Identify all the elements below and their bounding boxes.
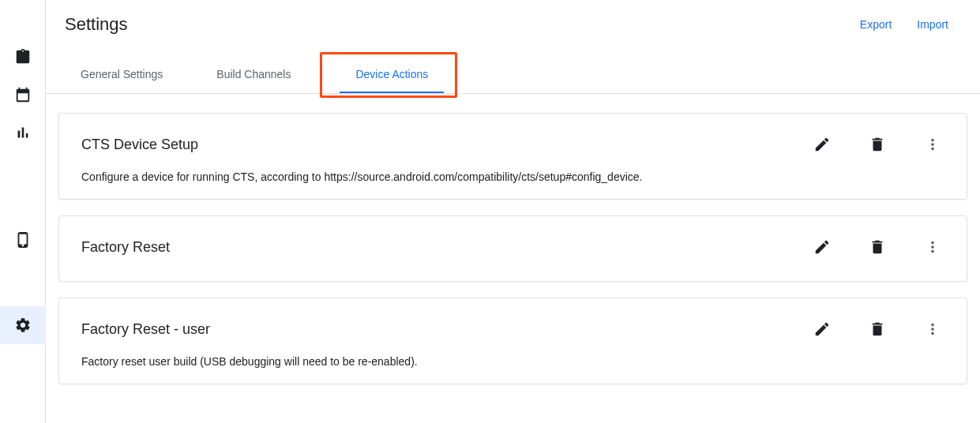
tab-device-actions[interactable]: Device Actions <box>340 57 444 93</box>
card-description: Factory reset user build (USB debugging … <box>81 355 944 368</box>
more-vert-icon <box>924 238 941 256</box>
card-title: Factory Reset <box>81 239 170 256</box>
pencil-icon <box>813 136 831 153</box>
sidebar-item-settings[interactable] <box>0 306 46 344</box>
card-title: Factory Reset - user <box>81 321 210 338</box>
card-actions <box>810 235 944 259</box>
edit-button[interactable] <box>810 133 834 156</box>
sidebar-item-devices[interactable] <box>0 221 46 259</box>
page-title: Settings <box>65 14 128 35</box>
main-content: Settings Export Import General Settings … <box>46 0 980 423</box>
clipboard-icon <box>14 48 32 66</box>
header: Settings Export Import <box>46 0 980 41</box>
edit-button[interactable] <box>810 317 834 341</box>
phone-icon <box>14 231 32 249</box>
more-vert-icon <box>924 320 941 338</box>
import-link[interactable]: Import <box>917 18 948 31</box>
trash-icon <box>869 320 886 338</box>
card-header: Factory Reset <box>81 235 944 259</box>
delete-button[interactable] <box>865 317 889 341</box>
tab-build-channels[interactable]: Build Channels <box>201 57 306 93</box>
sidebar-item-schedules[interactable] <box>0 76 46 114</box>
edit-button[interactable] <box>810 235 834 259</box>
trash-icon <box>869 238 886 256</box>
sidebar-item-tests[interactable] <box>0 38 46 76</box>
export-link[interactable]: Export <box>860 18 892 31</box>
pencil-icon <box>813 238 831 256</box>
sidebar <box>0 0 46 423</box>
trash-icon <box>869 136 886 153</box>
more-button[interactable] <box>921 133 944 156</box>
tab-general-settings[interactable]: General Settings <box>65 57 178 93</box>
tabs: General Settings Build Channels Device A… <box>46 57 980 94</box>
device-action-card: CTS Device Setup Configure a device for … <box>58 113 967 200</box>
sidebar-spacer <box>0 152 45 221</box>
more-button[interactable] <box>921 235 944 259</box>
card-actions <box>810 317 944 341</box>
card-header: Factory Reset - user <box>81 317 944 341</box>
sidebar-item-analytics[interactable] <box>0 114 46 152</box>
card-title: CTS Device Setup <box>81 137 198 153</box>
bar-chart-icon <box>14 124 32 141</box>
card-actions <box>810 133 944 156</box>
device-action-card: Factory Reset - user Factory reset user … <box>58 298 967 384</box>
card-description: Configure a device for running CTS, acco… <box>81 170 944 183</box>
calendar-icon <box>14 86 32 103</box>
card-header: CTS Device Setup <box>81 133 944 156</box>
more-vert-icon <box>924 136 941 153</box>
pencil-icon <box>813 320 831 338</box>
gear-icon <box>14 316 32 334</box>
more-button[interactable] <box>921 317 944 341</box>
header-actions: Export Import <box>860 18 948 31</box>
delete-button[interactable] <box>865 235 889 259</box>
device-action-card: Factory Reset <box>58 215 967 282</box>
delete-button[interactable] <box>865 133 889 156</box>
cards-container: CTS Device Setup Configure a device for … <box>46 94 980 384</box>
